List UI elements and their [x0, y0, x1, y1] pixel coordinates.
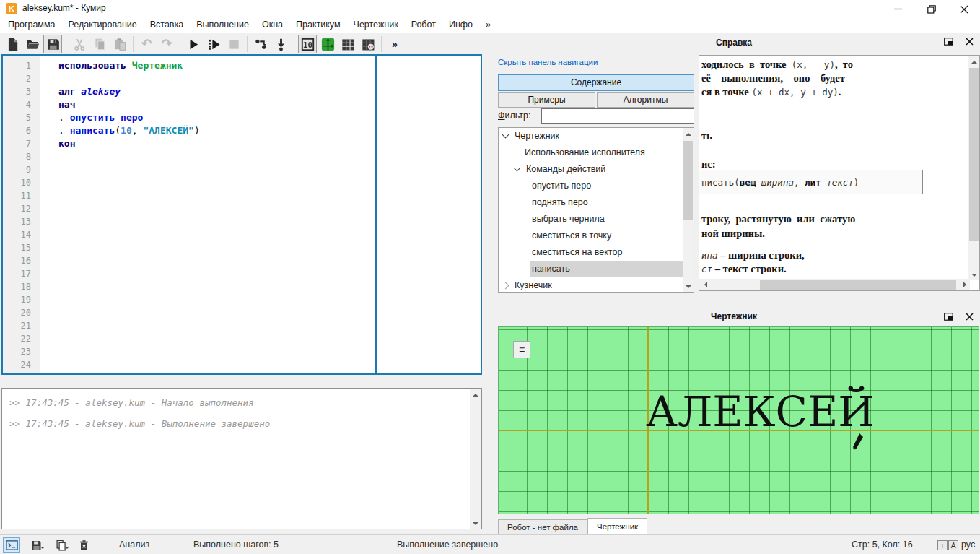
menu-item-8[interactable]: Робот	[405, 17, 442, 32]
help-tab-examples[interactable]: Примеры	[498, 92, 595, 108]
actor-tab-2[interactable]: Чертежник	[587, 518, 647, 535]
code-line	[58, 189, 481, 202]
show-robot-button[interactable]	[359, 35, 377, 53]
restore-button[interactable]	[915, 0, 948, 17]
scrollbar-thumb[interactable]	[683, 141, 693, 220]
tree-item[interactable]: сместиться в точку	[499, 228, 694, 244]
run-button[interactable]	[184, 35, 203, 53]
code-line	[58, 254, 481, 267]
step-into-button[interactable]	[271, 35, 290, 53]
copy-output-button[interactable]	[52, 537, 69, 553]
show-console-button[interactable]	[3, 537, 20, 553]
expander-down-icon[interactable]	[514, 165, 521, 172]
tree-item[interactable]: выбрать чернила	[499, 211, 694, 228]
status-state: Выполнение завершено	[397, 540, 498, 550]
clear-output-button[interactable]	[75, 537, 92, 553]
cut-icon	[73, 41, 87, 53]
drawer-canvas[interactable]: ≡ АЛЕКСЕЙ	[498, 326, 979, 514]
console-scrollbar[interactable]	[470, 389, 481, 529]
tree-item[interactable]: написать	[499, 261, 694, 277]
scroll-right-button[interactable]	[958, 279, 970, 290]
tree-item[interactable]: опустить перо	[499, 178, 694, 194]
scroll-down-button[interactable]	[683, 280, 694, 292]
scroll-down-button[interactable]	[470, 517, 481, 529]
toolbar-overflow-button[interactable]: »	[385, 35, 404, 53]
code-line	[58, 319, 481, 332]
arrow-down-icon	[473, 522, 478, 528]
scroll-left-button[interactable]	[699, 279, 711, 290]
scrollbar-thumb[interactable]	[969, 68, 979, 241]
code-area[interactable]: использовать Чертежникалг alekseyнач. оп…	[41, 56, 481, 373]
code-token: алг	[58, 86, 81, 97]
tree-item[interactable]: сместиться на вектор	[499, 244, 694, 261]
menu-item-9[interactable]: Инфо	[442, 17, 479, 32]
cut-button[interactable]	[70, 35, 89, 53]
toolbar-separator	[294, 36, 294, 52]
copy-button[interactable]	[90, 35, 109, 53]
code-editor[interactable]: 123456789101112131415161718192021222324 …	[1, 54, 482, 375]
menu-item-7[interactable]: Чертежник	[347, 17, 405, 32]
tree-item[interactable]: Кузнечик	[499, 277, 694, 293]
save-file-button[interactable]	[43, 35, 62, 53]
help-content[interactable]: ходилось в точке (x, y), тоеё выполнения…	[699, 55, 980, 291]
show-values-button[interactable]: 10	[298, 35, 317, 53]
arrow-up-icon	[473, 391, 478, 397]
tree-item[interactable]: поднять перо	[499, 194, 694, 211]
help-vscrollbar[interactable]	[968, 56, 979, 280]
canvas-menu-button[interactable]: ≡	[513, 341, 530, 358]
undo-button[interactable]: ↶	[137, 35, 156, 53]
menu-item-10[interactable]: »	[479, 17, 497, 32]
help-tab-contents[interactable]: Содержание	[498, 74, 694, 91]
run-step-button[interactable]	[204, 35, 223, 53]
show-drawer-button[interactable]	[318, 35, 337, 53]
close-button[interactable]	[948, 0, 980, 17]
tree-scrollbar[interactable]	[683, 128, 694, 292]
tree-item-label: Кузнечик	[513, 277, 556, 293]
minimize-button[interactable]	[882, 0, 914, 17]
stop-button[interactable]	[224, 35, 243, 53]
close-help-button[interactable]	[963, 38, 975, 48]
menu-item-5[interactable]: Окна	[255, 17, 289, 32]
help-tab-algorithms[interactable]: Алгоритмы	[597, 92, 694, 108]
filter-input[interactable]	[541, 108, 694, 124]
open-file-button[interactable]	[23, 35, 42, 53]
redo-button[interactable]: ↷	[157, 35, 176, 53]
actor-tab-1[interactable]: Робот - нет файла	[498, 519, 587, 535]
line-number: 23	[3, 345, 40, 358]
show-grid-button[interactable]	[338, 35, 357, 53]
save-output-button[interactable]	[27, 537, 45, 553]
tree-item[interactable]: Чертежник	[499, 128, 694, 144]
menu-item-3[interactable]: Вставка	[144, 17, 190, 32]
line-number: 19	[3, 293, 40, 306]
menu-item-4[interactable]: Выполнение	[190, 17, 255, 32]
scrollbar-thumb[interactable]	[760, 280, 956, 290]
tree-item[interactable]: Использование исполнителя	[499, 144, 694, 161]
menu-item-2[interactable]: Редактирование	[62, 17, 144, 32]
float-panel-button[interactable]	[942, 38, 954, 48]
scroll-up-button[interactable]	[470, 389, 481, 400]
expander-down-icon[interactable]	[502, 131, 509, 139]
help-hscrollbar[interactable]	[699, 279, 970, 290]
menu-item-6[interactable]: Практикум	[289, 17, 347, 32]
code-line	[58, 306, 481, 319]
tree-item[interactable]: Команды действий	[499, 161, 694, 178]
scroll-up-button[interactable]	[683, 128, 694, 139]
code-line	[58, 163, 481, 176]
scroll-up-button[interactable]	[968, 56, 980, 67]
scroll-down-button[interactable]	[968, 269, 980, 280]
help-tree[interactable]: ЧертежникИспользование исполнителяКоманд…	[498, 127, 694, 293]
float-panel-button[interactable]	[942, 313, 954, 323]
new-file-button[interactable]	[3, 35, 22, 53]
hide-nav-link[interactable]: Скрыть панель навигации	[498, 58, 598, 66]
code-line	[58, 176, 481, 189]
expander-right-icon[interactable]	[502, 282, 509, 290]
line-number: 11	[3, 189, 40, 202]
step-over-button[interactable]	[251, 35, 270, 53]
paste-button[interactable]	[110, 35, 129, 53]
output-console[interactable]: >> 17:43:45 - aleksey.kum - Начало выпол…	[1, 388, 482, 529]
help-panel-title: Справка	[488, 38, 980, 48]
line-number: 8	[3, 150, 40, 163]
close-drawer-button[interactable]	[963, 313, 975, 323]
menu-item-1[interactable]: Программа	[1, 17, 62, 32]
run-step-icon	[207, 41, 221, 53]
